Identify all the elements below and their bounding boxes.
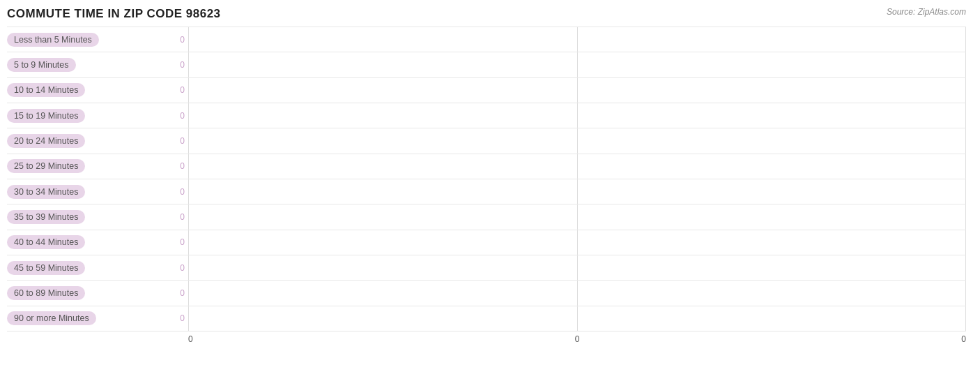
bar-value: 0 (176, 288, 185, 298)
bar-value: 0 (176, 111, 185, 121)
bar-label-pill: 20 to 24 Minutes (7, 134, 85, 148)
bar-label-container: 90 or more Minutes0 (7, 311, 188, 325)
bar-row: 15 to 19 Minutes0 (7, 103, 966, 128)
bar-value: 0 (176, 187, 185, 197)
bar-label-container: 35 to 39 Minutes0 (7, 210, 188, 224)
chart-body: Less than 5 Minutes05 to 9 Minutes010 to… (7, 27, 966, 344)
chart-title: COMMUTE TIME IN ZIP CODE 98623 (7, 7, 221, 21)
bar-track (188, 230, 966, 255)
bar-row: 30 to 34 Minutes0 (7, 179, 966, 204)
bar-track (188, 281, 966, 305)
bar-track (188, 204, 966, 229)
x-axis-label: 0 (188, 334, 193, 344)
bar-track (188, 27, 966, 52)
bar-value: 0 (176, 85, 185, 95)
chart-container: COMMUTE TIME IN ZIP CODE 98623 Source: Z… (0, 0, 980, 365)
bar-value: 0 (176, 35, 185, 45)
bar-row: 10 to 14 Minutes0 (7, 77, 966, 103)
bar-value: 0 (176, 60, 185, 70)
bar-row: Less than 5 Minutes0 (7, 27, 966, 52)
x-axis: 000 (188, 332, 966, 344)
bar-row: 25 to 29 Minutes0 (7, 154, 966, 179)
bar-label-container: Less than 5 Minutes0 (7, 33, 188, 47)
bar-value: 0 (176, 136, 185, 146)
chart-header: COMMUTE TIME IN ZIP CODE 98623 Source: Z… (7, 7, 966, 21)
x-axis-label: 0 (961, 334, 966, 344)
bar-row: 45 to 59 Minutes0 (7, 255, 966, 280)
bar-row: 20 to 24 Minutes0 (7, 128, 966, 153)
chart-source: Source: ZipAtlas.com (887, 7, 966, 17)
bars-area: Less than 5 Minutes05 to 9 Minutes010 to… (7, 27, 966, 332)
bar-value: 0 (176, 263, 185, 273)
bar-label-pill: 10 to 14 Minutes (7, 83, 85, 97)
bar-track (188, 255, 966, 280)
bar-track (188, 52, 966, 77)
x-axis-label: 0 (575, 334, 580, 344)
bar-track (188, 179, 966, 204)
bar-row: 60 to 89 Minutes0 (7, 280, 966, 305)
bar-row: 35 to 39 Minutes0 (7, 204, 966, 229)
bar-label-container: 45 to 59 Minutes0 (7, 261, 188, 275)
bar-track (188, 154, 966, 179)
bar-label-container: 10 to 14 Minutes0 (7, 83, 188, 97)
bar-value: 0 (176, 313, 185, 323)
bar-label-pill: 15 to 19 Minutes (7, 109, 85, 123)
bar-label-container: 25 to 29 Minutes0 (7, 159, 188, 173)
bar-label-pill: 90 or more Minutes (7, 311, 96, 325)
bar-label-pill: 25 to 29 Minutes (7, 159, 85, 173)
bar-value: 0 (176, 237, 185, 247)
bar-label-container: 40 to 44 Minutes0 (7, 235, 188, 249)
bar-label-container: 60 to 89 Minutes0 (7, 286, 188, 300)
bar-label-pill: Less than 5 Minutes (7, 33, 99, 47)
bar-label-container: 5 to 9 Minutes0 (7, 58, 188, 72)
bar-label-pill: 35 to 39 Minutes (7, 210, 85, 224)
bar-track (188, 78, 966, 103)
bar-track (188, 103, 966, 128)
bar-value: 0 (176, 161, 185, 171)
bar-label-pill: 45 to 59 Minutes (7, 261, 85, 275)
bar-label-container: 30 to 34 Minutes0 (7, 185, 188, 199)
bar-row: 90 or more Minutes0 (7, 306, 966, 332)
bar-value: 0 (176, 212, 185, 222)
bar-label-container: 20 to 24 Minutes0 (7, 134, 188, 148)
bar-label-pill: 40 to 44 Minutes (7, 235, 85, 249)
bar-row: 40 to 44 Minutes0 (7, 230, 966, 255)
bar-track (188, 128, 966, 153)
bar-label-pill: 30 to 34 Minutes (7, 185, 85, 199)
bar-label-pill: 5 to 9 Minutes (7, 58, 76, 72)
bar-track (188, 306, 966, 331)
bar-label-container: 15 to 19 Minutes0 (7, 109, 188, 123)
bar-row: 5 to 9 Minutes0 (7, 52, 966, 77)
bar-label-pill: 60 to 89 Minutes (7, 286, 85, 300)
